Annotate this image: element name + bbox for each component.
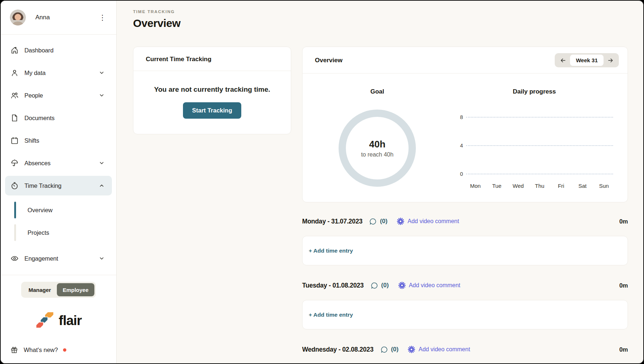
main-content: TIME TRACKING Overview Current Time Trac… (117, 1, 643, 363)
comments-button[interactable]: (0) (380, 346, 399, 353)
day-heading: Tuesday - 01.08.2023 (302, 282, 364, 289)
sidebar-item-label: Time Tracking (24, 182, 62, 189)
flair-logo-text: flair (59, 313, 82, 328)
profile-name: Anna (35, 14, 50, 21)
day-section-monday: Monday - 31.07.2023 (0) Add video commen… (302, 216, 628, 265)
sidebar-subitem-label: Overview (28, 207, 53, 214)
x-tick-label: Sat (576, 183, 589, 189)
umbrella-icon (11, 159, 19, 167)
breadcrumb-eyebrow: TIME TRACKING (133, 9, 628, 14)
sidebar-item-time-tracking[interactable]: Time Tracking (5, 176, 112, 195)
previous-week-button[interactable] (557, 54, 569, 66)
comment-count: (0) (381, 282, 389, 289)
y-tick-label: 8 (456, 114, 463, 120)
start-tracking-button[interactable]: Start Tracking (183, 102, 241, 119)
comments-button[interactable]: (0) (371, 282, 389, 289)
sidebar-divider (1, 275, 116, 275)
day-total-time: 0m (619, 346, 628, 353)
sidebar-item-my-data[interactable]: My data (5, 63, 112, 83)
chevron-down-icon (99, 256, 105, 261)
flair-logo: flair (1, 312, 116, 329)
day-heading: Wednesday - 02.08.2023 (302, 346, 374, 353)
x-tick-label: Thu (534, 183, 546, 189)
role-toggle: Manager Employee (21, 282, 96, 298)
overview-card: Overview Week 31 Goal (302, 47, 628, 202)
x-tick-label: Sun (598, 183, 610, 189)
day-entries-list: Monday - 31.07.2023 (0) Add video commen… (302, 216, 628, 355)
add-video-comment-label: Add video comment (409, 282, 460, 289)
comments-button[interactable]: (0) (369, 218, 387, 225)
sidebar-item-absences[interactable]: Absences (5, 153, 112, 173)
add-video-comment-button[interactable]: Add video comment (398, 282, 460, 289)
time-entry-card: + Add time entry (302, 236, 628, 265)
sidebar-subitem-overview[interactable]: Overview (1, 200, 112, 220)
gridline (466, 174, 613, 174)
person-icon (11, 69, 19, 77)
chevron-down-icon (99, 70, 105, 76)
sidebar-item-engagement[interactable]: Engagement (5, 249, 112, 268)
flair-logo-mark (35, 312, 54, 329)
sidebar-item-documents[interactable]: Documents (5, 108, 112, 128)
add-video-comment-button[interactable]: Add video comment (397, 218, 459, 225)
profile-menu-kebab-icon[interactable]: ⋮ (97, 12, 108, 23)
app-window: Anna ⋮ Dashboard My data People Document… (0, 0, 644, 364)
role-toggle-employee[interactable]: Employee (57, 283, 94, 296)
avatar[interactable] (10, 9, 26, 25)
comment-bubble-icon (380, 346, 388, 353)
chevron-down-icon (99, 160, 105, 166)
chevron-down-icon (99, 92, 105, 98)
video-burst-icon (397, 218, 404, 225)
sidebar-item-people[interactable]: People (5, 86, 112, 105)
day-section-wednesday: Wednesday - 02.08.2023 (0) Add video com… (302, 344, 628, 355)
notification-dot (63, 348, 66, 352)
sidebar: Anna ⋮ Dashboard My data People Document… (1, 1, 117, 363)
video-burst-icon (398, 282, 406, 289)
week-navigator: Week 31 (555, 53, 619, 67)
gridline (466, 117, 613, 118)
comment-bubble-icon (369, 218, 377, 225)
week-label[interactable]: Week 31 (570, 55, 604, 66)
eye-icon (11, 254, 19, 262)
sidebar-item-shifts[interactable]: Shifts (5, 131, 112, 150)
daily-progress-plot: 840 (456, 117, 613, 174)
sidebar-nav: Dashboard My data People Documents Shift… (1, 35, 116, 271)
sidebar-item-label: Absences (24, 160, 51, 167)
day-total-time: 0m (619, 282, 628, 289)
x-tick-label: Tue (491, 183, 503, 189)
video-burst-icon (408, 346, 415, 353)
sidebar-subitem-projects[interactable]: Projects (1, 223, 112, 242)
add-time-entry-button[interactable]: + Add time entry (309, 248, 353, 254)
comment-count: (0) (380, 218, 387, 225)
daily-progress-title: Daily progress (456, 88, 613, 95)
whats-new-label: What's new? (24, 347, 58, 353)
add-time-entry-button[interactable]: + Add time entry (309, 312, 353, 318)
current-time-tracking-card: Current Time Tracking You are not curren… (133, 47, 291, 134)
day-heading: Monday - 31.07.2023 (302, 218, 362, 225)
active-indicator-bar (14, 202, 16, 218)
tracking-card-title: Current Time Tracking (133, 47, 291, 71)
goal-remaining-value: 40h (369, 139, 386, 150)
document-icon (11, 114, 19, 122)
tracking-status-message: You are not currently tracking time. (141, 86, 284, 94)
add-video-comment-label: Add video comment (407, 218, 459, 225)
gift-icon (11, 346, 18, 353)
role-toggle-manager[interactable]: Manager (23, 283, 57, 296)
day-total-time: 0m (619, 218, 628, 225)
people-icon (11, 91, 19, 99)
time-entry-card: + Add time entry (302, 300, 628, 329)
sidebar-item-dashboard[interactable]: Dashboard (5, 40, 112, 60)
sidebar-item-label: My data (24, 70, 46, 76)
sidebar-item-label: People (24, 92, 43, 99)
overview-card-title: Overview (315, 57, 343, 64)
inactive-indicator-bar (14, 224, 16, 241)
add-video-comment-button[interactable]: Add video comment (408, 346, 470, 353)
goal-donut-chart: 40h to reach 40h (339, 110, 416, 187)
sidebar-item-label: Dashboard (24, 47, 54, 54)
x-tick-label: Wed (512, 183, 524, 189)
stopwatch-icon (11, 182, 19, 190)
arrow-right-icon (607, 57, 614, 64)
whats-new-link[interactable]: What's new? (1, 346, 116, 353)
profile-section: Anna ⋮ (1, 1, 116, 35)
y-tick-label: 4 (456, 143, 463, 149)
next-week-button[interactable] (604, 54, 617, 66)
